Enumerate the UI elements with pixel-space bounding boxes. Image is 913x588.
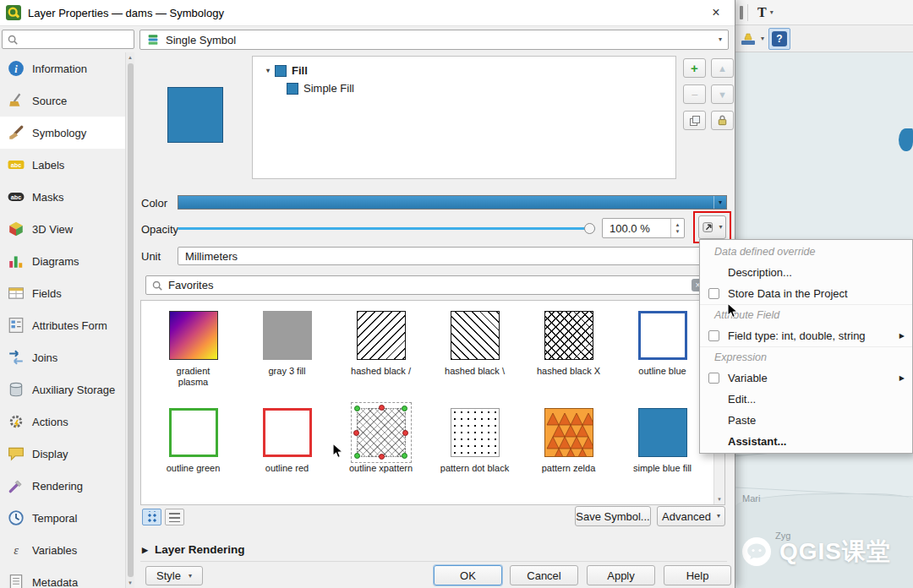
sidebar-item-temporal[interactable]: Temporal — [0, 502, 125, 534]
chevron-down-icon[interactable]: ▾ — [713, 196, 726, 209]
menu-item-field-type[interactable]: Field type: int, double, string ▶ — [700, 325, 912, 346]
symbol-item-pattern-dot-black[interactable]: pattern dot black — [428, 408, 522, 474]
symbol-item-outline-green[interactable]: outline green — [146, 408, 240, 474]
duplicate-symbol-layer-button[interactable] — [683, 111, 706, 130]
menu-item-label: Store Data in the Project — [728, 287, 848, 300]
checkbox[interactable] — [708, 330, 719, 341]
opacity-spinbox[interactable]: 100.0 % ▲ ▼ — [602, 218, 685, 238]
add-symbol-layer-button[interactable]: + — [683, 58, 706, 78]
lock-color-button[interactable] — [711, 111, 734, 130]
cancel-button[interactable]: Cancel — [510, 565, 578, 585]
symbol-grid: gradient plasma gray 3 fill hashed black… — [146, 311, 709, 475]
style-menu-button[interactable]: Style ▾ — [145, 566, 203, 585]
sidebar-item-information[interactable]: i Information — [0, 52, 125, 84]
scrollbar-thumb[interactable] — [128, 63, 134, 577]
menu-item-edit[interactable]: Edit... — [700, 389, 912, 410]
style-tool-icon[interactable] — [740, 30, 757, 47]
symbol-preview — [638, 311, 687, 360]
apply-button[interactable]: Apply — [587, 565, 655, 585]
symbol-item-outline-xpattern[interactable]: outline xpattern — [334, 408, 428, 474]
ok-button[interactable]: OK — [434, 565, 502, 585]
list-view-button[interactable] — [165, 509, 184, 525]
sidebar-item-actions[interactable]: Actions — [0, 406, 125, 438]
icon-view-button[interactable] — [142, 509, 161, 525]
sidebar-item-symbology[interactable]: Symbology — [0, 117, 125, 149]
chevron-down-icon: ▾ — [770, 9, 774, 16]
text-tool-icon: T — [757, 5, 767, 20]
move-down-button[interactable]: ▼ — [711, 84, 734, 104]
scroll-down-icon[interactable]: ▼ — [128, 578, 133, 588]
symbol-item-outline-blue[interactable]: outline blue — [615, 311, 709, 388]
sidebar-item-source[interactable]: Source — [0, 84, 125, 117]
slider-handle[interactable] — [584, 223, 595, 234]
sidebar-scrollbar[interactable]: ▲ ▼ — [125, 52, 134, 588]
sidebar-item-label: Labels — [32, 159, 64, 172]
spin-down-icon[interactable]: ▼ — [675, 229, 681, 234]
advanced-button[interactable]: Advanced ▾ — [657, 506, 725, 526]
spin-up-icon[interactable]: ▲ — [675, 222, 681, 227]
checkbox[interactable] — [708, 288, 719, 299]
sidebar-item-masks[interactable]: abc Masks — [0, 181, 125, 213]
symbol-search-box[interactable]: Favorites × ▾ — [145, 275, 719, 295]
rendering-icon — [8, 477, 25, 494]
symbol-item-pattern-zelda[interactable]: pattern zelda — [522, 408, 615, 474]
sidebar-item-labels[interactable]: abc Labels — [0, 149, 125, 181]
symbol-item-simple-blue-fill[interactable]: simple blue fill — [615, 408, 709, 474]
footer-separator — [140, 561, 727, 562]
sidebar-item-variables[interactable]: ε Variables — [0, 534, 125, 566]
symbol-item-gray-3-fill[interactable]: gray 3 fill — [240, 311, 334, 388]
sidebar-item-fields[interactable]: Fields — [0, 277, 125, 309]
layer-rendering-group[interactable]: ▶ Layer Rendering — [142, 543, 244, 556]
opacity-slider[interactable] — [178, 221, 595, 236]
properties-search-input[interactable] — [23, 33, 129, 46]
color-button[interactable]: ▾ — [178, 195, 727, 210]
menu-item-store-data-in-project[interactable]: Store Data in the Project — [700, 283, 912, 304]
sidebar-item-joins[interactable]: Joins — [0, 341, 125, 373]
opacity-value: 100.0 % — [610, 222, 650, 235]
screen: T ▾ ▾ ? Mari Zyg QGIS课堂 — [0, 0, 913, 588]
scroll-up-icon[interactable]: ▲ — [128, 52, 133, 63]
help-button[interactable]: Help — [664, 565, 731, 585]
menu-item-paste[interactable]: Paste — [700, 410, 912, 431]
renderer-combo[interactable]: Single Symbol ▾ — [139, 30, 729, 50]
sidebar-item-auxiliary-storage[interactable]: Auxiliary Storage — [0, 373, 125, 406]
symbol-item-hashed-black-x[interactable]: hashed black X — [522, 311, 615, 388]
sidebar-item-3d-view[interactable]: 3D View — [0, 213, 125, 245]
tree-expander-icon[interactable]: ▾ — [266, 67, 270, 74]
text-annotation-button[interactable]: T ▾ — [752, 3, 779, 22]
help-tool-button[interactable]: ? — [768, 28, 790, 50]
data-defined-override-button[interactable]: ▾ — [698, 215, 726, 239]
checkbox[interactable] — [708, 373, 719, 384]
sidebar-item-diagrams[interactable]: Diagrams — [0, 245, 125, 277]
menu-item-variable[interactable]: Variable ▶ — [700, 368, 912, 389]
search-icon — [151, 280, 163, 291]
symbol-item-hashed-black-back[interactable]: hashed black \ — [428, 311, 522, 388]
sidebar-item-rendering[interactable]: Rendering — [0, 470, 125, 502]
vertex-marker — [402, 430, 408, 436]
symbol-item-gradient-plasma[interactable]: gradient plasma — [146, 311, 240, 388]
save-symbol-button[interactable]: Save Symbol... — [575, 506, 651, 526]
symbol-label: outline blue — [638, 366, 686, 377]
tree-item-simple-fill[interactable]: Simple Fill — [253, 79, 675, 97]
labels-icon: abc — [8, 156, 25, 173]
fill-symbol-chip — [287, 83, 298, 95]
clipped-toolbar-icon — [740, 6, 743, 19]
menu-item-assistant[interactable]: Assistant... — [700, 431, 912, 452]
sidebar-item-metadata[interactable]: Metadata — [0, 566, 125, 588]
sidebar-item-label: Information — [32, 63, 87, 75]
symbol-item-outline-red[interactable]: outline red — [240, 408, 334, 474]
unit-combo[interactable]: Millimeters ▾ — [178, 247, 727, 265]
sidebar-item-display[interactable]: Display — [0, 438, 125, 470]
grid-view-icon — [146, 511, 158, 523]
chevron-down-icon: ▾ — [719, 224, 722, 231]
remove-symbol-layer-button[interactable]: − — [683, 84, 706, 104]
symbol-item-hashed-black-fwd[interactable]: hashed black / — [334, 311, 428, 388]
opacity-label: Opacity — [141, 223, 178, 236]
tree-item-fill[interactable]: ▾ Fill — [253, 62, 675, 79]
sidebar-item-attributes-form[interactable]: Attributes Form — [0, 309, 125, 341]
menu-item-description[interactable]: Description... — [700, 262, 912, 283]
scroll-down-icon[interactable]: ▼ — [717, 494, 722, 504]
close-button[interactable]: × — [703, 3, 729, 24]
collapsed-arrow-icon[interactable]: ▶ — [142, 546, 148, 554]
move-up-button[interactable]: ▲ — [711, 58, 734, 78]
